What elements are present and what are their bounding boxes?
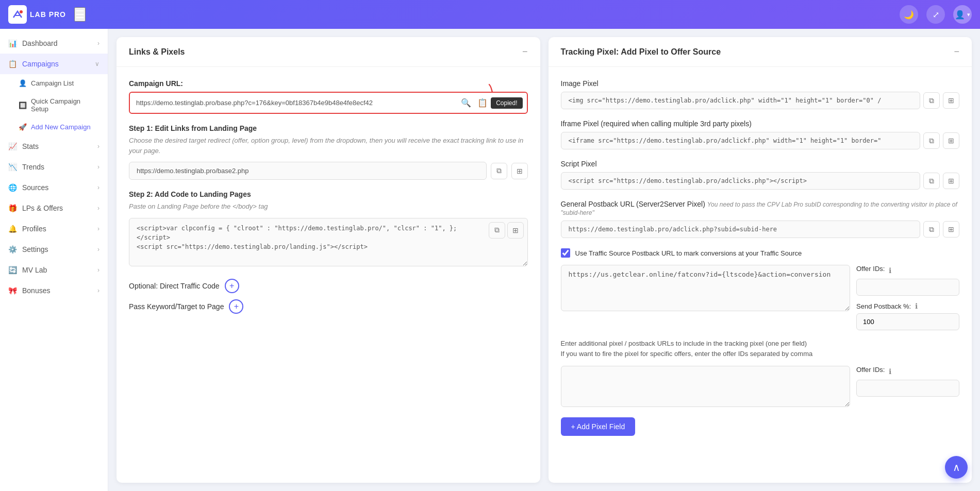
campaign-url-search-btn[interactable]: 🔍 (458, 95, 474, 111)
iframe-pixel-label: Iframe Pixel (required when calling mult… (561, 120, 960, 128)
general-postback-label: General Postback URL (Server2Server Pixe… (561, 200, 960, 216)
step1-copy-btn[interactable]: ⧉ (491, 163, 507, 179)
sidebar-item-bonuses[interactable]: 🎀 Bonuses › (0, 280, 108, 301)
campaign-url-field: 🔍 📋 Copied! (129, 92, 528, 114)
scroll-top-button[interactable]: ∧ (945, 456, 968, 479)
offer-send-wrapper: Offer IDs: ℹ Send Postback %: ℹ (856, 265, 959, 330)
sidebar-item-add-campaign[interactable]: 🚀 Add New Campaign (0, 118, 108, 136)
extra-pixel-input-wrapper (561, 366, 851, 409)
campaign-url-section: Campaign URL: (129, 79, 528, 114)
step2-desc: Paste on Landing Page before the </body>… (129, 201, 528, 212)
iframe-pixel-copy-btn[interactable]: ⧉ (923, 132, 940, 149)
postback-url-textarea[interactable]: https://us.getclear.online/fatconv?id={l… (561, 265, 851, 311)
general-postback-copy-btn[interactable]: ⧉ (923, 221, 940, 238)
hamburger-button[interactable]: ☰ (74, 7, 86, 22)
tracking-pixel-minimize[interactable]: − (954, 46, 959, 57)
sidebar-label-campaigns: Campaigns (22, 60, 59, 68)
logo: LAB PRO (8, 5, 66, 24)
iframe-pixel-section: Iframe Pixel (required when calling mult… (561, 120, 960, 149)
user-icon: 👤 (955, 10, 965, 20)
step1-url-input[interactable] (129, 162, 487, 180)
links-pixels-minimize[interactable]: − (522, 46, 528, 57)
sidebar-item-dashboard[interactable]: 📊 Dashboard › (0, 33, 108, 54)
sidebar-item-trends[interactable]: 📉 Trends › (0, 157, 108, 177)
sidebar-item-profiles[interactable]: 🔔 Profiles › (0, 218, 108, 239)
iframe-pixel-input[interactable] (561, 132, 921, 149)
sidebar-label-trends: Trends (22, 163, 44, 171)
script-pixel-row: ⧉ ⊞ (561, 172, 960, 190)
offer-ids-input[interactable] (856, 279, 959, 296)
sidebar-item-stats[interactable]: 📈 Stats › (0, 136, 108, 157)
stats-icon: 📈 (8, 142, 17, 150)
chevron-mv-lab: › (97, 266, 99, 274)
links-pixels-body: Campaign URL: (117, 67, 540, 332)
sidebar-item-campaigns[interactable]: 📋 Campaigns ∨ (0, 54, 108, 74)
dashboard-icon: 📊 (8, 39, 17, 47)
step2-qr-btn[interactable]: ⊞ (507, 222, 524, 239)
mv-lab-icon: 🔄 (8, 266, 17, 274)
expand-button[interactable]: ⤢ (926, 5, 945, 24)
navbar: LAB PRO ☰ 🌙 ⤢ 👤 ▾ (0, 0, 980, 29)
send-postback-block: Send Postback %: ℹ (856, 302, 959, 330)
iframe-pixel-qr-btn[interactable]: ⊞ (943, 132, 959, 149)
step2-copy-btn[interactable]: ⧉ (489, 222, 505, 239)
extra-offer-ids-info-icon[interactable]: ℹ (889, 367, 891, 376)
chevron-bonuses: › (97, 287, 99, 294)
general-postback-qr-btn[interactable]: ⊞ (943, 221, 959, 238)
postback-checkbox[interactable] (561, 248, 570, 258)
sidebar-label-sources: Sources (22, 183, 48, 192)
image-pixel-input[interactable] (561, 92, 921, 109)
sidebar-item-mv-lab[interactable]: 🔄 MV Lab › (0, 260, 108, 280)
sidebar-label-mv-lab: MV Lab (22, 266, 47, 274)
profiles-icon: 🔔 (8, 225, 17, 233)
campaign-url-copy-btn[interactable]: 📋 (474, 95, 491, 111)
sidebar-label-dashboard: Dashboard (22, 39, 58, 47)
add-campaign-icon: 🚀 (19, 123, 27, 131)
sidebar-item-sources[interactable]: 🌐 Sources › (0, 177, 108, 198)
step2-code-area[interactable]: <script>var clpconfig = { "clroot" : "ht… (129, 218, 528, 266)
send-postback-info-icon[interactable]: ℹ (915, 302, 918, 310)
image-pixel-row: ⧉ ⊞ (561, 92, 960, 109)
tracking-pixel-title: Tracking Pixel: Add Pixel to Offer Sourc… (561, 47, 721, 57)
send-postback-input[interactable] (856, 313, 959, 330)
sidebar-item-quick-campaign[interactable]: 🔲 Quick Campaign Setup (0, 92, 108, 118)
offer-ids-info-icon[interactable]: ℹ (889, 266, 891, 275)
general-postback-input[interactable] (561, 221, 921, 238)
step1-section: Step 1: Edit Links from Landing Page Cho… (129, 124, 528, 180)
sidebar-label-lps: LPs & Offers (22, 204, 63, 212)
user-avatar[interactable]: 👤 ▾ (953, 5, 972, 24)
tracking-pixel-body: Image Pixel ⧉ ⊞ Iframe Pixel (required w… (549, 67, 972, 448)
extra-pixel-textarea[interactable] (561, 366, 851, 407)
general-postback-row: ⧉ ⊞ (561, 221, 960, 238)
postback-url-wrapper: https://us.getclear.online/fatconv?id={l… (561, 265, 851, 330)
extra-offer-ids-wrapper: Offer IDs: ℹ (856, 366, 959, 409)
chevron-profiles: › (97, 225, 99, 232)
script-pixel-input[interactable] (561, 172, 921, 190)
campaign-url-input[interactable] (130, 95, 458, 111)
sidebar-item-lps[interactable]: 🎁 LPs & Offers › (0, 198, 108, 218)
image-pixel-qr-btn[interactable]: ⊞ (943, 92, 959, 109)
user-chevron: ▾ (967, 11, 970, 18)
general-postback-section: General Postback URL (Server2Server Pixe… (561, 200, 960, 238)
campaign-list-icon: 👤 (19, 79, 27, 87)
sidebar-label-settings: Settings (22, 245, 48, 253)
optional-plus-btn[interactable]: + (225, 279, 239, 293)
sidebar-item-settings[interactable]: ⚙️ Settings › (0, 239, 108, 260)
chevron-settings: › (97, 246, 99, 253)
step2-section: Step 2: Add Code to Landing Pages Paste … (129, 190, 528, 268)
content-area: Links & Pixels − Campaign URL: (108, 29, 980, 491)
step1-qr-btn[interactable]: ⊞ (511, 163, 528, 179)
script-pixel-qr-btn[interactable]: ⊞ (943, 173, 959, 189)
optional-label: Optional: Direct Traffic Code (129, 282, 220, 290)
add-pixel-button[interactable]: + Add Pixel Field (561, 417, 636, 436)
extra-offer-ids-input[interactable] (856, 380, 959, 397)
pass-keyword-plus-btn[interactable]: + (229, 299, 243, 314)
dark-mode-button[interactable]: 🌙 (900, 5, 918, 24)
extra-pixels-desc: Enter additional pixel / postback URLs t… (561, 338, 960, 359)
navbar-right: 🌙 ⤢ 👤 ▾ (900, 5, 972, 24)
step1-desc: Choose the desired target redirect (offe… (129, 136, 528, 156)
image-pixel-copy-btn[interactable]: ⧉ (923, 92, 940, 109)
step2-actions: ⧉ ⊞ (489, 222, 524, 239)
script-pixel-copy-btn[interactable]: ⧉ (923, 173, 940, 189)
sidebar-item-campaign-list[interactable]: 👤 Campaign List (0, 74, 108, 92)
